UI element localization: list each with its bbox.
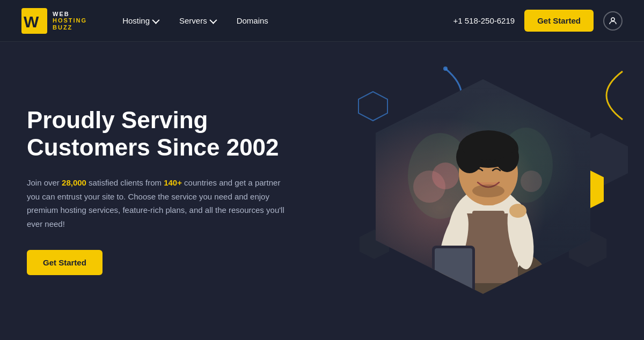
nav-domains[interactable]: Domains (228, 12, 277, 29)
svg-rect-25 (435, 248, 472, 292)
hero-subtitle: Join over 28,000 satisfied clients from … (27, 176, 295, 231)
svg-point-7 (432, 162, 459, 189)
logo-icon: W (21, 8, 47, 34)
svg-marker-26 (358, 92, 387, 121)
svg-point-19 (472, 184, 504, 197)
svg-point-18 (462, 133, 515, 160)
svg-point-8 (521, 171, 542, 192)
hero-hexagon-container (354, 58, 612, 315)
svg-point-23 (509, 204, 526, 218)
hero-content: Proudly Serving Customers Since 2002 Joi… (0, 107, 311, 275)
nav-links: Hosting Servers Domains (114, 12, 453, 29)
hero-main-hexagon (376, 79, 590, 294)
nav-cta-button[interactable]: Get Started (524, 10, 594, 32)
nav-hosting[interactable]: Hosting (114, 12, 166, 29)
navigation: W WEB HOSTING BUZZ Hosting Servers Domai… (0, 0, 644, 42)
nav-right: +1 518-250-6219 Get Started (453, 10, 623, 32)
user-account-button[interactable] (603, 11, 623, 31)
chevron-down-icon (152, 16, 159, 24)
person-illustration (376, 79, 590, 294)
nav-servers[interactable]: Servers (171, 12, 224, 29)
logo[interactable]: W WEB HOSTING BUZZ (21, 8, 87, 34)
svg-text:W: W (24, 13, 39, 31)
hero-title: Proudly Serving Customers Since 2002 (27, 107, 311, 161)
hex-outline-blue (357, 90, 389, 122)
svg-point-2 (611, 18, 614, 21)
chevron-down-icon (209, 16, 217, 24)
phone-number: +1 518-250-6219 (453, 16, 515, 25)
hero-cta-button[interactable]: Get Started (27, 250, 103, 275)
logo-text: WEB HOSTING BUZZ (53, 11, 87, 30)
user-icon (608, 16, 618, 26)
svg-rect-12 (472, 211, 504, 219)
hero-image-area (311, 42, 644, 340)
hero-section: Proudly Serving Customers Since 2002 Joi… (0, 42, 644, 340)
